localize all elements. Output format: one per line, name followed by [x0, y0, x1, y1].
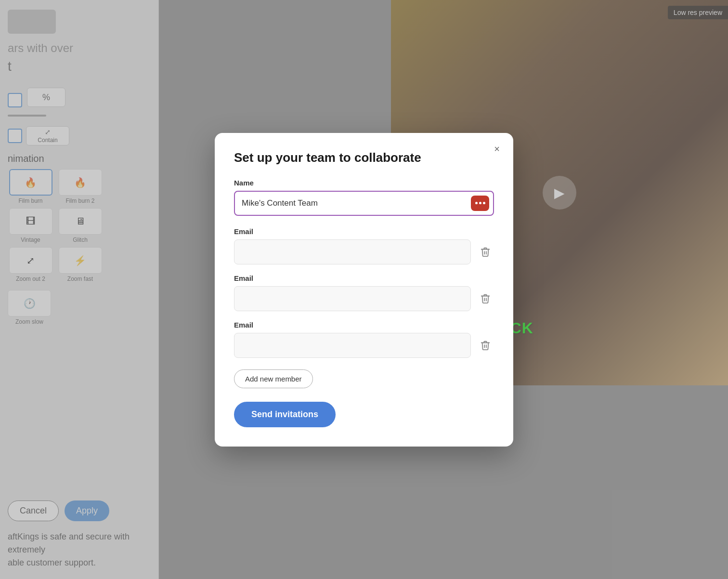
name-input[interactable] [234, 191, 494, 216]
email-input-2[interactable] [234, 286, 471, 311]
add-member-button[interactable]: Add new member [234, 369, 313, 388]
email-row-2 [234, 286, 494, 311]
delete-email-3-button[interactable] [477, 337, 494, 354]
close-button[interactable]: × [489, 142, 505, 157]
modal-overlay: × Set up your team to collaborate Name E… [0, 0, 728, 579]
email-input-1[interactable] [234, 239, 471, 264]
name-field-wrapper [234, 191, 494, 216]
email-row-1 [234, 239, 494, 264]
delete-email-1-button[interactable] [477, 243, 494, 261]
email-row-3 [234, 333, 494, 358]
email-label-1: Email [234, 227, 494, 236]
email-input-3[interactable] [234, 333, 471, 358]
email-label-3: Email [234, 321, 494, 329]
send-invitations-button[interactable]: Send invitations [234, 402, 336, 427]
team-setup-modal: × Set up your team to collaborate Name E… [215, 133, 513, 447]
modal-title: Set up your team to collaborate [234, 150, 494, 165]
delete-email-2-button[interactable] [477, 290, 494, 307]
name-label: Name [234, 179, 494, 187]
email-label-2: Email [234, 274, 494, 282]
options-icon [471, 196, 489, 211]
